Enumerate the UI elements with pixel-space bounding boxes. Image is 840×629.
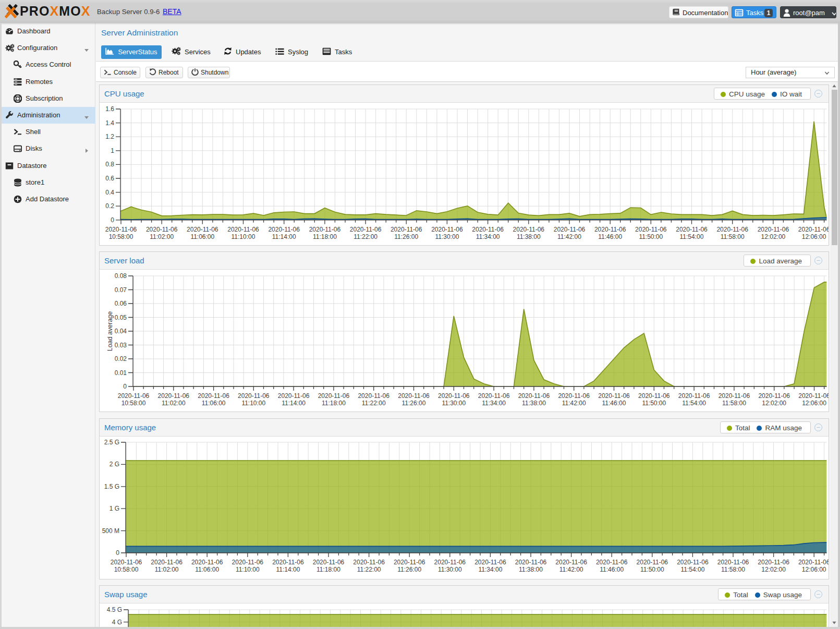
svg-text:11:42:00: 11:42:00 [562, 400, 586, 407]
svg-text:2020-11-06: 2020-11-06 [198, 392, 229, 400]
svg-text:2020-11-06: 2020-11-06 [635, 226, 667, 233]
svg-text:11:06:00: 11:06:00 [195, 566, 219, 573]
svg-text:0.04: 0.04 [115, 328, 127, 335]
svg-text:2020-11-06: 2020-11-06 [431, 226, 463, 233]
svg-text:11:50:00: 11:50:00 [640, 566, 664, 573]
svg-text:2020-11-06: 2020-11-06 [158, 392, 190, 400]
svg-text:2020-11-06: 2020-11-06 [350, 226, 382, 233]
svg-text:2020-11-06: 2020-11-06 [758, 559, 789, 566]
svg-text:11:02:00: 11:02:00 [162, 400, 186, 407]
svg-text:11:38:00: 11:38:00 [517, 233, 541, 240]
svg-text:11:26:00: 11:26:00 [397, 566, 421, 573]
svg-text:12:02:00: 12:02:00 [762, 400, 786, 407]
svg-text:11:30:00: 11:30:00 [438, 566, 462, 573]
svg-text:Load average: Load average [106, 311, 114, 352]
svg-text:0.07: 0.07 [115, 286, 127, 294]
svg-text:11:06:00: 11:06:00 [202, 400, 226, 407]
svg-text:11:50:00: 11:50:00 [642, 400, 666, 407]
svg-text:2020-11-06: 2020-11-06 [391, 226, 422, 233]
svg-text:2020-11-06: 2020-11-06 [187, 226, 218, 233]
svg-text:2020-11-06: 2020-11-06 [394, 559, 425, 566]
svg-text:11:38:00: 11:38:00 [522, 400, 546, 407]
svg-text:1.4: 1.4 [105, 119, 114, 127]
svg-text:11:46:00: 11:46:00 [598, 233, 622, 240]
svg-text:10:58:00: 10:58:00 [114, 566, 139, 573]
svg-text:11:34:00: 11:34:00 [482, 400, 506, 407]
svg-text:2020-11-06: 2020-11-06 [717, 559, 749, 566]
svg-text:12:02:00: 12:02:00 [761, 566, 786, 573]
svg-text:10:58:00: 10:58:00 [109, 233, 133, 240]
svg-text:2020-11-06: 2020-11-06 [558, 392, 590, 400]
svg-text:11:34:00: 11:34:00 [476, 233, 500, 240]
svg-text:11:14:00: 11:14:00 [272, 233, 296, 240]
svg-text:2020-11-06: 2020-11-06 [716, 226, 748, 233]
svg-text:2020-11-06: 2020-11-06 [798, 392, 829, 400]
svg-text:2020-11-06: 2020-11-06 [278, 392, 310, 400]
svg-text:2020-11-06: 2020-11-06 [518, 392, 550, 400]
svg-text:12:06:00: 12:06:00 [802, 233, 826, 240]
svg-text:11:26:00: 11:26:00 [394, 233, 418, 240]
svg-text:11:18:00: 11:18:00 [322, 400, 346, 407]
svg-text:2020-11-06: 2020-11-06 [472, 226, 504, 233]
svg-text:2020-11-06: 2020-11-06 [118, 392, 150, 400]
svg-text:2020-11-06: 2020-11-06 [227, 226, 259, 233]
svg-text:2020-11-06: 2020-11-06 [555, 559, 587, 566]
svg-text:2020-11-06: 2020-11-06 [554, 226, 586, 233]
svg-text:2020-11-06: 2020-11-06 [358, 392, 389, 400]
svg-text:2020-11-06: 2020-11-06 [758, 226, 789, 233]
svg-text:0.06: 0.06 [115, 300, 127, 307]
svg-text:0: 0 [116, 549, 119, 557]
svg-text:0.02: 0.02 [115, 355, 127, 362]
svg-text:0.05: 0.05 [115, 314, 127, 321]
svg-text:2020-11-06: 2020-11-06 [474, 559, 506, 566]
svg-text:11:22:00: 11:22:00 [362, 400, 386, 407]
svg-text:2020-11-06: 2020-11-06 [596, 559, 628, 566]
svg-text:2020-11-06: 2020-11-06 [719, 392, 750, 400]
svg-text:2020-11-06: 2020-11-06 [111, 559, 142, 566]
svg-text:0.03: 0.03 [115, 342, 127, 349]
svg-text:11:54:00: 11:54:00 [680, 233, 704, 240]
svg-text:2020-11-06: 2020-11-06 [309, 226, 341, 233]
svg-text:2020-11-06: 2020-11-06 [678, 392, 710, 400]
svg-text:11:02:00: 11:02:00 [150, 233, 174, 240]
svg-text:2020-11-06: 2020-11-06 [105, 226, 137, 233]
svg-text:11:26:00: 11:26:00 [402, 400, 426, 407]
svg-text:0.6: 0.6 [105, 175, 114, 182]
svg-text:1 G: 1 G [109, 505, 119, 512]
svg-text:2020-11-06: 2020-11-06 [798, 226, 829, 233]
svg-text:2020-11-06: 2020-11-06 [637, 559, 668, 566]
svg-text:11:02:00: 11:02:00 [155, 566, 179, 573]
svg-text:2020-11-06: 2020-11-06 [438, 392, 470, 400]
svg-text:2020-11-06: 2020-11-06 [398, 392, 430, 400]
svg-text:11:30:00: 11:30:00 [435, 233, 459, 240]
svg-text:11:46:00: 11:46:00 [600, 566, 624, 573]
svg-text:0: 0 [123, 383, 127, 390]
svg-text:11:30:00: 11:30:00 [442, 400, 466, 407]
svg-text:2020-11-06: 2020-11-06 [758, 392, 790, 400]
svg-text:11:46:00: 11:46:00 [602, 400, 626, 407]
svg-text:11:10:00: 11:10:00 [241, 400, 265, 407]
svg-text:11:50:00: 11:50:00 [639, 233, 663, 240]
svg-text:2020-11-06: 2020-11-06 [238, 392, 270, 400]
svg-text:0.4: 0.4 [105, 189, 114, 196]
svg-text:2020-11-06: 2020-11-06 [515, 559, 547, 566]
svg-text:2020-11-06: 2020-11-06 [268, 226, 300, 233]
svg-text:2020-11-06: 2020-11-06 [313, 559, 345, 566]
svg-text:2020-11-06: 2020-11-06 [676, 226, 708, 233]
svg-text:11:58:00: 11:58:00 [722, 400, 746, 407]
svg-text:11:18:00: 11:18:00 [316, 566, 340, 573]
svg-text:11:38:00: 11:38:00 [519, 566, 543, 573]
svg-text:11:14:00: 11:14:00 [282, 400, 306, 407]
svg-text:0.01: 0.01 [115, 369, 127, 377]
svg-text:2020-11-06: 2020-11-06 [598, 392, 630, 400]
svg-text:2020-11-06: 2020-11-06 [594, 226, 626, 233]
svg-text:11:14:00: 11:14:00 [276, 566, 300, 573]
svg-text:11:22:00: 11:22:00 [357, 566, 381, 573]
svg-text:500 M: 500 M [102, 527, 119, 535]
svg-text:11:06:00: 11:06:00 [190, 233, 214, 240]
svg-text:1.6: 1.6 [105, 105, 114, 113]
svg-text:11:18:00: 11:18:00 [313, 233, 337, 240]
svg-text:2020-11-06: 2020-11-06 [677, 559, 709, 566]
svg-text:11:10:00: 11:10:00 [232, 233, 255, 240]
svg-text:11:58:00: 11:58:00 [721, 233, 745, 240]
